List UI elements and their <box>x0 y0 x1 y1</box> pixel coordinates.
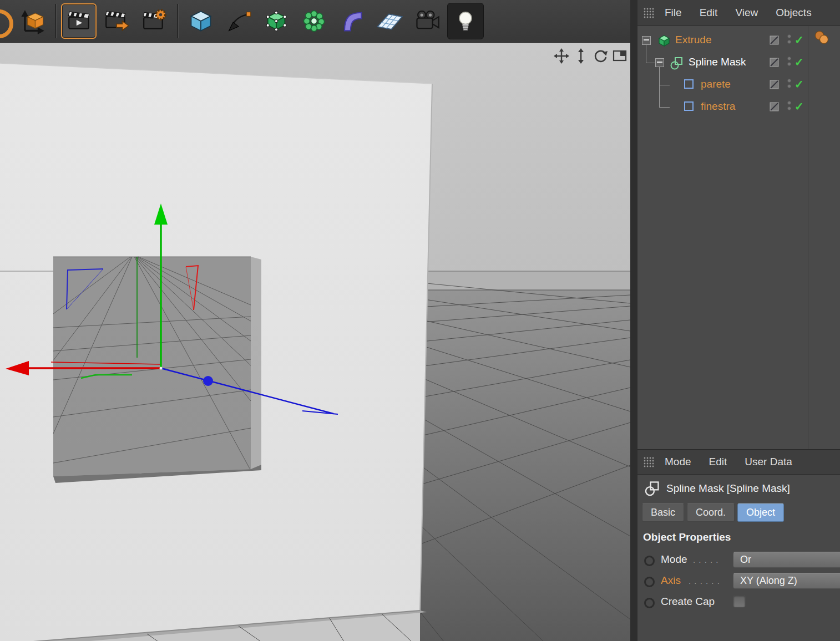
om-menu-objects[interactable]: Objects <box>767 7 820 19</box>
pen-icon <box>225 8 252 34</box>
dot-leader: . . . . . <box>693 555 719 564</box>
axis-dropdown[interactable]: XY (Along Z) <box>733 573 840 589</box>
zoom-icon <box>573 48 589 64</box>
cinema4d-window: File Edit View Objects <box>0 0 840 641</box>
object-name[interactable]: finestra <box>701 100 735 113</box>
panel-grip-icon[interactable] <box>642 456 655 468</box>
viewport-canvas[interactable] <box>0 43 630 641</box>
visibility-dots[interactable] <box>787 101 791 112</box>
light-object-button[interactable] <box>447 3 484 39</box>
property-label: Mode <box>661 553 687 566</box>
expand-toggle[interactable] <box>655 58 664 67</box>
toolbar-separator <box>177 4 178 38</box>
mode-dropdown[interactable]: Or <box>733 552 840 568</box>
layer-override-toggle[interactable] <box>770 35 780 48</box>
viewport-zoom-button[interactable] <box>573 48 589 64</box>
expand-toggle[interactable] <box>642 36 651 45</box>
bend-deformer-button[interactable] <box>334 3 370 39</box>
layer-override-toggle[interactable] <box>770 80 780 92</box>
tab-object[interactable]: Object <box>737 503 784 522</box>
object-row-spline-mask[interactable]: Spline Mask ✓ <box>637 52 840 74</box>
bend-icon <box>338 8 365 34</box>
layer-override-toggle[interactable] <box>770 102 780 114</box>
floor-object-button[interactable] <box>372 3 407 39</box>
om-menu-edit[interactable]: Edit <box>691 7 727 19</box>
object-name[interactable]: Extrude <box>675 34 711 46</box>
spline-rectangle-icon <box>683 100 695 115</box>
viewport-layout-toggle-button[interactable] <box>612 48 628 64</box>
panel-grip-icon[interactable] <box>642 7 655 19</box>
cube-icon <box>188 8 214 34</box>
light-bulb-icon <box>453 8 478 34</box>
property-label: Axis <box>661 574 681 587</box>
cube-primitive-button[interactable] <box>183 3 219 39</box>
viewport-controls <box>554 48 628 64</box>
create-cap-checkbox[interactable] <box>733 595 746 608</box>
visibility-dots[interactable] <box>787 34 791 45</box>
axis-z-knob[interactable] <box>203 376 213 386</box>
am-menu-edit[interactable]: Edit <box>700 456 736 468</box>
attribute-title: Spline Mask [Spline Mask] <box>666 482 790 495</box>
rotate-icon <box>593 48 608 64</box>
object-row-parete[interactable]: parete ✓ <box>637 74 840 96</box>
enabled-check-icon[interactable]: ✓ <box>795 33 804 47</box>
extrude-object-icon <box>657 34 671 49</box>
spline-rectangle-icon <box>683 78 695 93</box>
make-editable-button[interactable] <box>259 3 294 39</box>
spline-mask-object-icon <box>670 56 684 73</box>
om-menu-file[interactable]: File <box>656 7 691 19</box>
layer-color-icon[interactable] <box>813 30 831 48</box>
object-manager-menubar: File Edit View Objects <box>637 0 840 26</box>
toolbar-separator <box>55 4 56 38</box>
array-object-button[interactable] <box>296 3 332 39</box>
viewport[interactable] <box>0 43 630 641</box>
spline-mask-title-icon <box>644 480 661 497</box>
attribute-manager-menubar: Mode Edit User Data <box>637 449 840 475</box>
property-row-mode: Mode . . . . . Or <box>637 551 840 570</box>
keyframe-circle-icon[interactable] <box>644 598 655 608</box>
object-name[interactable]: Spline Mask <box>689 56 746 68</box>
editable-cube-icon <box>263 8 290 34</box>
spline-pen-button[interactable] <box>221 3 256 39</box>
visibility-dots[interactable] <box>787 57 791 68</box>
keyframe-circle-icon[interactable] <box>644 577 655 587</box>
layout-toggle-icon <box>612 48 628 64</box>
attribute-title-row: Spline Mask [Spline Mask] <box>637 475 840 502</box>
dot-leader: . . . . . . <box>689 576 720 586</box>
object-name[interactable]: parete <box>701 78 731 90</box>
main-toolbar <box>0 0 630 43</box>
object-row-extrude[interactable]: Extrude ✓ <box>637 29 840 52</box>
clipped-tool-button[interactable] <box>0 3 13 39</box>
spline-mask-object[interactable] <box>53 257 261 483</box>
viewport-pan-button[interactable] <box>554 48 569 64</box>
visibility-dots[interactable] <box>787 79 791 90</box>
om-menu-view[interactable]: View <box>726 7 767 19</box>
render-picture-viewer-button[interactable] <box>99 3 134 39</box>
property-row-axis: Axis . . . . . . XY (Along Z) <box>637 572 840 591</box>
move-axis-icon <box>19 8 45 34</box>
rotate-ring-icon <box>0 9 13 38</box>
render-settings-button[interactable] <box>136 3 172 39</box>
camera-object-button[interactable] <box>409 3 445 39</box>
camera-icon <box>414 8 441 34</box>
object-row-finestra[interactable]: finestra ✓ <box>637 96 840 118</box>
pan-icon <box>554 48 569 64</box>
object-manager-tree: Extrude ✓ <box>637 26 840 449</box>
render-clapper-icon <box>66 8 92 34</box>
attribute-tabs: Basic Coord. Object <box>642 503 784 522</box>
tab-basic[interactable]: Basic <box>642 503 684 522</box>
layer-override-toggle[interactable] <box>770 58 780 70</box>
enabled-check-icon[interactable]: ✓ <box>795 55 804 69</box>
tab-coord[interactable]: Coord. <box>687 503 735 522</box>
am-menu-mode[interactable]: Mode <box>656 456 700 468</box>
move-axis-tool-button[interactable] <box>14 3 50 39</box>
render-view-button[interactable] <box>61 3 97 39</box>
keyframe-circle-icon[interactable] <box>644 556 655 566</box>
viewport-rotate-button[interactable] <box>593 48 608 64</box>
array-icon <box>301 8 327 34</box>
am-menu-user-data[interactable]: User Data <box>736 456 801 468</box>
enabled-check-icon[interactable]: ✓ <box>795 78 804 91</box>
property-label: Create Cap <box>661 596 715 608</box>
enabled-check-icon[interactable]: ✓ <box>795 100 804 113</box>
section-title: Object Properties <box>643 531 731 543</box>
